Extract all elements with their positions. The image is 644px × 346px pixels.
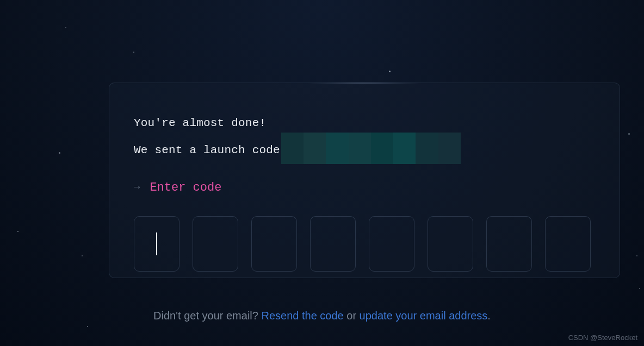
redacted-email <box>281 133 461 164</box>
star-decoration <box>636 255 637 256</box>
watermark-text: CSDN @SteveRocket <box>568 334 637 342</box>
update-email-link[interactable]: update your email address <box>360 310 488 322</box>
star-decoration <box>389 71 391 72</box>
code-input-row <box>134 216 595 272</box>
code-digit-3[interactable] <box>251 216 297 272</box>
text-cursor <box>156 232 157 255</box>
code-digit-5[interactable] <box>369 216 414 272</box>
code-digit-8[interactable] <box>545 216 591 272</box>
resend-code-link[interactable]: Resend the code <box>261 310 343 322</box>
footer-prefix: Didn't get your email? <box>153 310 261 322</box>
star-decoration <box>59 152 60 154</box>
heading-line-1: You're almost done! <box>134 113 595 134</box>
star-decoration <box>87 326 88 327</box>
prompt-row: → Enter code <box>134 181 595 194</box>
footer-help-text: Didn't get your email? Resend the code o… <box>0 310 644 322</box>
code-digit-1[interactable] <box>134 216 179 272</box>
star-decoration <box>65 27 66 28</box>
verification-card: You're almost done! We sent a launch cod… <box>109 83 620 278</box>
arrow-right-icon: → <box>134 181 140 193</box>
code-digit-7[interactable] <box>486 216 532 272</box>
footer-middle: or <box>344 310 360 322</box>
code-digit-2[interactable] <box>193 216 238 272</box>
heading-line-2: We sent a launch code <box>134 134 595 166</box>
heading-line-2-prefix: We sent a launch code <box>134 143 280 156</box>
enter-code-label: Enter code <box>150 181 221 194</box>
star-decoration <box>628 133 630 135</box>
star-decoration <box>17 231 18 232</box>
code-digit-4[interactable] <box>310 216 356 272</box>
star-decoration <box>82 255 83 256</box>
star-decoration <box>639 288 640 289</box>
footer-suffix: . <box>487 310 491 322</box>
star-decoration <box>133 52 134 53</box>
code-digit-6[interactable] <box>428 216 473 272</box>
